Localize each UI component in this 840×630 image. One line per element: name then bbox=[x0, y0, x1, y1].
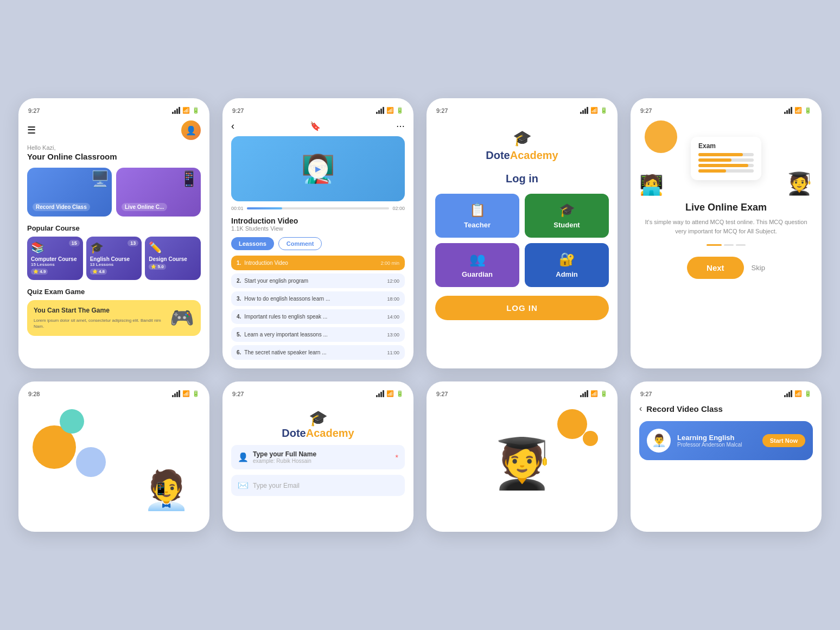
phone-video: 9:27 📶 🔋 ‹ 🔖 ⋯ 👨‍🏫 ▶ 00:01 02:00 bbox=[222, 98, 413, 368]
fullname-example: example: Rubik Hossain bbox=[253, 458, 391, 464]
student-reading-illustration: 🧑‍🎓 bbox=[492, 435, 552, 492]
role-teacher[interactable]: 📋 Teacher bbox=[435, 194, 519, 238]
teacher-avatar: 👨‍💼 bbox=[647, 429, 671, 453]
tab-lessons[interactable]: Leassons bbox=[231, 237, 274, 250]
time-1: 9:27 bbox=[28, 107, 40, 114]
illustration-area: 🧑‍💼 📱 bbox=[27, 404, 201, 512]
teacher-label: Teacher bbox=[464, 221, 491, 229]
quiz-description: Lorem ipsum dolor sit amet, consectetur … bbox=[34, 317, 164, 329]
lesson-time-6: 11:00 bbox=[387, 350, 399, 355]
video-progress: 00:01 02:00 bbox=[231, 206, 405, 211]
greeting-small: Hello Kazi, bbox=[27, 144, 201, 151]
record-video-card[interactable]: 🖥️ Record Video Class bbox=[27, 168, 112, 217]
status-bar-4: 9:27 📶 🔋 bbox=[639, 107, 813, 114]
live-online-card[interactable]: 📱 Live Online C... bbox=[116, 168, 201, 217]
course-rating-2: ⭐ 4.8 bbox=[90, 269, 107, 275]
avatar[interactable]: 👤 bbox=[181, 120, 201, 140]
next-button[interactable]: Next bbox=[687, 257, 744, 279]
course-item-3[interactable]: ✏️ Design Course ⭐ 5.0 bbox=[145, 237, 201, 280]
guardian-icon: 👥 bbox=[469, 252, 486, 267]
logo-hat-icon: 🎓 bbox=[513, 129, 532, 147]
phone-device-icon: 📱 bbox=[154, 482, 168, 496]
lesson-item-1[interactable]: 1. Introduction Video 2:00 min bbox=[231, 256, 405, 270]
lesson-time-4: 14:00 bbox=[387, 314, 399, 320]
back-btn-2[interactable]: ‹ bbox=[231, 120, 234, 132]
status-bar-1: 9:27 📶 🔋 bbox=[27, 107, 201, 114]
status-bar-8: 9:27 📶 🔋 bbox=[639, 390, 813, 397]
phone-login: 9:27 📶 🔋 🎓 DoteAcademy Log in 📋 Teacher bbox=[427, 98, 618, 368]
record-label: Record Video Class bbox=[33, 203, 90, 211]
quiz-text: You Can Start The Game Lorem ipsum dolor… bbox=[34, 307, 164, 329]
video-thumbnail[interactable]: 👨‍🏫 ▶ bbox=[231, 136, 405, 201]
phone-exam: 9:27 📶 🔋 Exam 🧑‍💻 🧑‍🎓 Live Online Exam bbox=[631, 98, 822, 368]
logo-dote: Dote bbox=[486, 149, 510, 161]
course-name-3: Design Course bbox=[149, 256, 197, 262]
progress-dots bbox=[639, 244, 813, 246]
wifi-icon-4: 📶 bbox=[794, 107, 802, 114]
tab-comment[interactable]: Comment bbox=[278, 237, 322, 250]
battery-icon-1: 🔋 bbox=[192, 107, 200, 114]
role-guardian[interactable]: 👥 Guardian bbox=[435, 243, 519, 287]
course-name: Learning English bbox=[677, 434, 756, 442]
dot-3 bbox=[736, 244, 746, 246]
student-left-icon: 🧑‍💻 bbox=[639, 174, 664, 196]
quiz-game-title: You Can Start The Game bbox=[34, 307, 164, 315]
course-icon-3: ✏️ bbox=[149, 241, 197, 254]
back-button-8[interactable]: ‹ bbox=[639, 404, 642, 413]
more-icon[interactable]: ⋯ bbox=[396, 121, 405, 131]
video-course-card[interactable]: 👨‍💼 Learning English Professor Anderson … bbox=[639, 421, 813, 460]
lesson-item-6[interactable]: 6. The secret native speaker learn ... 1… bbox=[231, 345, 405, 360]
menu-icon[interactable]: ☰ bbox=[27, 124, 36, 136]
lesson-item-2[interactable]: 2. Start your english program 12:00 bbox=[231, 273, 405, 288]
teacher-icon: 📋 bbox=[469, 202, 486, 218]
course-item-1[interactable]: 📚 Computer Course 15 Lessons ⭐ 4.9 15 bbox=[27, 237, 83, 280]
status-bar-7: 9:27 📶 🔋 bbox=[435, 390, 609, 397]
lesson-name-6: The secret native speaker learn ... bbox=[244, 349, 384, 355]
role-student[interactable]: 🎓 Student bbox=[525, 194, 609, 238]
record-illustration: 🖥️ bbox=[91, 170, 110, 188]
course-name-2: English Course bbox=[90, 256, 138, 262]
play-button[interactable]: ▶ bbox=[308, 159, 328, 179]
role-grid: 📋 Teacher 🎓 Student 👥 Guardian 🔐 Admin bbox=[435, 194, 609, 287]
time-7: 9:27 bbox=[436, 391, 448, 397]
required-mark-1: * bbox=[396, 453, 398, 462]
role-admin[interactable]: 🔐 Admin bbox=[525, 243, 609, 287]
lesson-num-5: 5. bbox=[237, 332, 241, 338]
lesson-name-3: How to do english leassons learn ... bbox=[244, 296, 384, 302]
wifi-icon-2: 📶 bbox=[386, 107, 394, 114]
phone-illustration: 9:28 📶 🔋 🧑‍💼 📱 bbox=[18, 381, 209, 532]
bookmark-icon[interactable]: 🔖 bbox=[310, 121, 321, 131]
register-logo: 🎓 DoteAcademy bbox=[231, 404, 405, 445]
lesson-num-3: 3. bbox=[237, 296, 241, 302]
battery-icon-6: 🔋 bbox=[396, 390, 404, 397]
phone-register: 9:27 📶 🔋 🎓 DoteAcademy 👤 Type your Full … bbox=[222, 381, 413, 532]
progress-track[interactable] bbox=[247, 207, 390, 209]
battery-icon-8: 🔋 bbox=[804, 390, 812, 397]
time-6: 9:27 bbox=[232, 391, 244, 397]
status-bar-3: 9:27 📶 🔋 bbox=[435, 107, 609, 114]
time-5: 9:28 bbox=[28, 391, 40, 397]
email-input-field[interactable]: ✉️ Type your Email bbox=[231, 475, 405, 496]
quiz-box[interactable]: You Can Start The Game Lorem ipsum dolor… bbox=[27, 300, 201, 336]
dot-1 bbox=[707, 244, 722, 246]
popular-section-title: Popular Course bbox=[27, 224, 201, 232]
exam-card-title: Exam bbox=[698, 142, 754, 150]
skip-link[interactable]: Skip bbox=[752, 264, 765, 272]
lesson-item-3[interactable]: 3. How to do english leassons learn ... … bbox=[231, 291, 405, 306]
lesson-time-1: 2:00 min bbox=[380, 260, 399, 266]
start-now-button[interactable]: Start Now bbox=[762, 434, 805, 447]
wifi-icon-5: 📶 bbox=[182, 390, 190, 397]
lesson-item-4[interactable]: 4. Important rules to english speak ... … bbox=[231, 309, 405, 324]
fullname-label: Type your Full Name bbox=[253, 450, 391, 458]
exam-main-title: Live Online Exam bbox=[639, 202, 813, 213]
lesson-num-4: 4. bbox=[237, 314, 241, 320]
status-bar-2: 9:27 📶 🔋 bbox=[231, 107, 405, 114]
time-2: 9:27 bbox=[232, 107, 244, 114]
phone-record-video: 9:27 📶 🔋 ‹ Record Video Class 👨‍💼 Learni… bbox=[631, 381, 822, 532]
lesson-item-5[interactable]: 5. Learn a very important leassons ... 1… bbox=[231, 327, 405, 342]
course-item-2[interactable]: 🎓 English Course 13 Lessons ⭐ 4.8 13 bbox=[86, 237, 142, 280]
time-total: 02:00 bbox=[392, 206, 405, 211]
login-button[interactable]: LOG IN bbox=[435, 296, 609, 320]
fullname-input-field[interactable]: 👤 Type your Full Name example: Rubik Hos… bbox=[231, 445, 405, 469]
course-info: Learning English Professor Anderson Malc… bbox=[677, 434, 756, 448]
